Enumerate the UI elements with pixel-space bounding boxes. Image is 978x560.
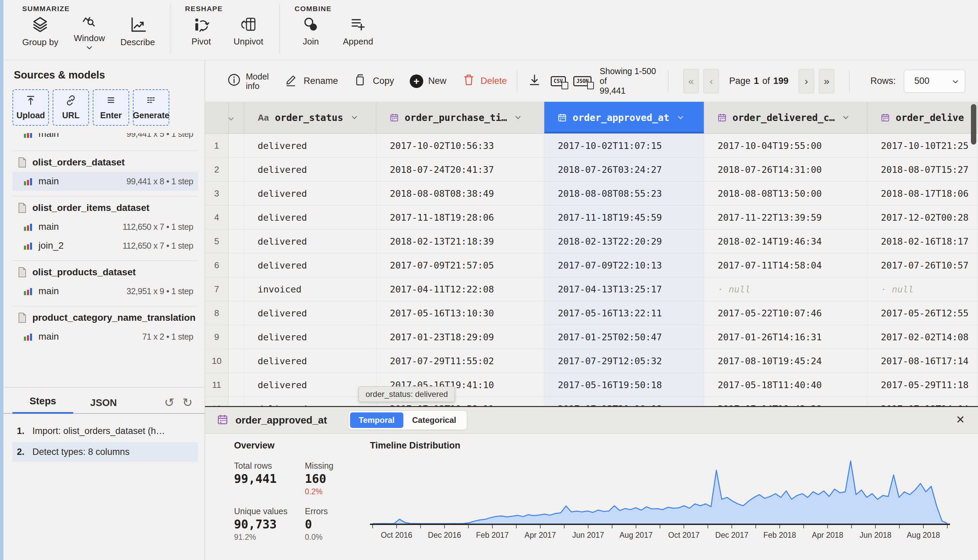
data-cell[interactable]: 2017-07-29T12:05:32 [544,349,704,373]
data-cell[interactable]: 2017-02-02T14:08 [868,325,978,349]
data-cell[interactable]: 2017-05-16T13:10:30 [376,301,544,325]
data-cell[interactable]: delivered [244,158,376,182]
data-cell[interactable]: delivered [244,253,376,277]
column-header-order_delivered_c[interactable]: order_delivered_c… [704,102,868,134]
export-json-icon[interactable]: JSON [573,76,592,86]
describe-button[interactable]: Describe [120,16,155,48]
data-cell[interactable]: invoiced [244,277,376,301]
data-cell[interactable]: 2018-08-08T08:38:49 [376,182,544,205]
data-cell[interactable]: 2017-01-26T14:16:31 [704,325,868,349]
data-cell[interactable]: 2017-10-02T11:07:15 [544,134,704,158]
data-cell[interactable]: 2017-04-11T12:22:08 [376,277,544,301]
rename-button[interactable]: Rename [284,73,338,89]
data-cell[interactable]: delivered [244,301,376,325]
source-group-header[interactable]: product_category_name_translation [3,308,205,327]
data-cell[interactable]: 2018-07-26T14:31:00 [704,158,868,182]
data-cell[interactable]: 2017-10-02T10:56:33 [376,134,544,158]
source-group-header[interactable]: olist_order_items_dataset [3,198,205,217]
data-cell[interactable]: 2017-07-26T10:57 [868,253,978,277]
generate-button[interactable]: Generate [133,89,169,126]
vertical-scrollbar-thumb[interactable] [971,104,976,145]
data-cell[interactable]: 2018-08-07T15:27 [868,158,978,182]
source-group-header[interactable]: olist_products_dataset [3,263,205,282]
data-cell[interactable]: 2017-10-04T19:55:00 [704,134,868,158]
data-cell[interactable]: 2017-11-22T13:39:59 [704,205,868,230]
data-cell[interactable]: 2017-07-13T20:10:08 [544,397,704,407]
close-icon[interactable]: × [956,412,965,427]
group-by-button[interactable]: Group by [22,16,59,48]
data-cell[interactable]: 2018-02-14T19:46:34 [704,230,868,253]
data-cell[interactable]: delivered [244,230,376,253]
data-cell[interactable]: 2017-07-11T14:58:04 [704,253,868,277]
url-button[interactable]: URL [53,89,89,126]
step-item-2[interactable]: 2. Detect types: 8 columns [12,442,198,462]
data-cell[interactable]: delivered [244,182,376,205]
data-cell[interactable]: delivered [244,349,376,373]
data-cell[interactable]: 2017-11-18T19:45:59 [544,205,704,230]
rows-per-page-select[interactable]: 500 [904,70,965,93]
enter-data-button[interactable]: Enter [93,89,129,126]
column-header-order_approved_at[interactable]: order_approved_at [544,102,704,134]
delete-button[interactable]: Delete [462,73,507,89]
data-cell[interactable]: delivered [244,325,376,349]
last-page-button[interactable]: » [819,69,834,93]
append-button[interactable]: Append [342,16,374,47]
source-group-header[interactable]: olist_orders_dataset [3,153,205,172]
data-cell[interactable]: 2018-08-08T08:55:23 [544,182,704,205]
next-page-button[interactable]: › [799,69,814,93]
tab-json[interactable]: JSON [73,397,134,414]
data-cell[interactable]: 2018-02-13T22:20:29 [544,230,704,253]
join-button[interactable]: Join [295,16,327,47]
first-page-button[interactable]: « [683,69,699,93]
data-cell[interactable]: 2018-07-24T20:41:37 [376,158,544,182]
data-cell[interactable]: 2017-05-26T12:55 [868,301,978,325]
type-option-temporal[interactable]: Temporal [350,412,403,428]
pivot-button[interactable]: Pivot [185,16,217,47]
data-cell[interactable]: 2017-07-29T11:55:02 [376,349,544,373]
column-header-order_purchase_ti[interactable]: order_purchase_ti… [376,102,544,134]
model-row[interactable]: main112,650 x 7 • 1 step [12,217,198,236]
data-cell[interactable]: 2017-05-22T10:07:46 [704,301,868,325]
copy-button[interactable]: Copy [354,73,394,89]
export-csv-icon[interactable]: CSV [551,76,566,86]
data-cell[interactable]: 2018-08-08T13:50:00 [704,182,868,205]
data-cell[interactable]: 2017-07-14T18:43:29 [704,397,868,407]
data-cell[interactable]: 2018-08-17T18:06 [868,182,978,205]
data-cell[interactable]: 2017-05-29T11:18 [868,373,978,397]
data-cell[interactable]: delivered [244,373,376,397]
data-cell[interactable]: delivered [244,397,376,407]
model-row[interactable]: join_2112,650 x 7 • 1 step [12,236,198,255]
download-button[interactable] [527,73,542,89]
data-cell[interactable]: 2017-05-18T11:40:40 [704,373,868,397]
type-option-categorical[interactable]: Categorical [403,412,465,428]
data-cell[interactable]: 2017-01-25T02:50:47 [544,325,704,349]
data-cell[interactable]: 2017-11-18T19:28:06 [376,205,544,230]
data-cell[interactable]: 2017-05-16T19:50:18 [544,373,704,397]
data-cell[interactable]: · null [704,277,868,301]
model-row[interactable]: main71 x 2 • 1 step [12,327,198,346]
new-model-button[interactable]: + New [410,75,446,88]
model-info-button[interactable]: Model info [227,72,269,91]
unpivot-button[interactable]: Unpivot [232,16,265,47]
data-cell[interactable]: 2017-07-09T22:10:13 [544,253,704,277]
data-cell[interactable]: 2017-05-16T13:22:11 [544,301,704,325]
data-cell[interactable]: delivered [244,205,376,230]
data-cell[interactable]: 2017-07-19T14:04 [868,397,978,407]
step-item-1[interactable]: 1. Import: olist_orders_dataset (h… [12,421,198,441]
data-cell[interactable]: 2018-02-16T18:17 [868,230,978,253]
clipped-model-row[interactable]: main99,441 x 5 • 1 step [3,133,205,145]
model-row[interactable]: main99,441 x 8 • 1 step [12,172,198,191]
prev-page-button[interactable]: ‹ [704,69,719,93]
upload-button[interactable]: Upload [12,89,49,126]
column-header-order_status[interactable]: Aaorder_status [244,102,376,134]
data-cell[interactable]: 2017-07-09T21:57:05 [376,253,544,277]
model-row[interactable]: main32,951 x 9 • 1 step [12,282,198,300]
data-cell[interactable]: 2018-02-13T21:18:39 [376,230,544,253]
data-cell[interactable]: 2017-04-13T13:25:17 [544,277,704,301]
data-cell[interactable]: 2017-10-10T21:25 [868,134,978,158]
data-cell[interactable]: 2017-08-16T17:14 [868,349,978,373]
column-header-order_delive[interactable]: order_delive [868,102,978,134]
data-cell[interactable]: delivered [244,134,376,158]
data-cell[interactable]: 2018-07-26T03:24:27 [544,158,704,182]
column-header-stub[interactable] [229,102,244,134]
